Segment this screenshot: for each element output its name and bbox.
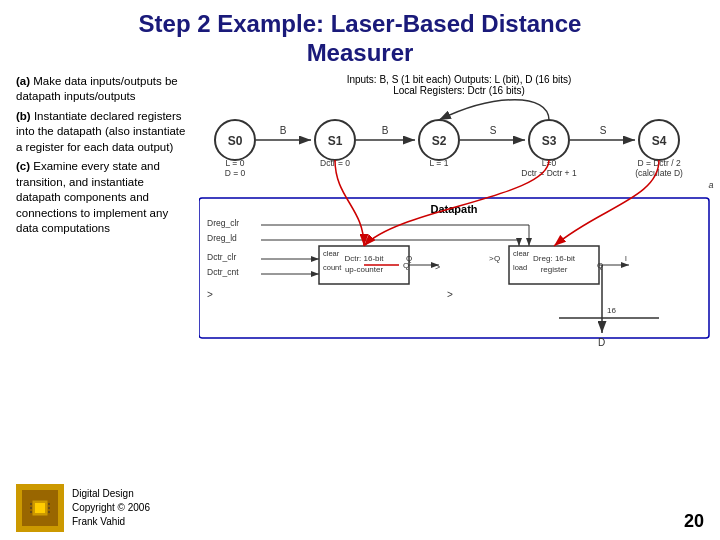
- svg-text:D: D: [598, 337, 605, 348]
- step-a: (a) Make data inputs/outputs be datapath…: [16, 74, 191, 105]
- svg-text:clear: clear: [323, 249, 340, 258]
- svg-rect-70: [35, 503, 45, 513]
- svg-text:(calculate D): (calculate D): [635, 168, 683, 178]
- chip-icon: [28, 496, 52, 520]
- svg-text:Dctr_cnt: Dctr_cnt: [207, 267, 239, 277]
- svg-text:register: register: [541, 265, 568, 274]
- left-panel: (a) Make data inputs/outputs be datapath…: [16, 74, 191, 362]
- svg-text:Datapath: Datapath: [430, 203, 477, 215]
- svg-text:16: 16: [607, 306, 616, 315]
- svg-text:load: load: [513, 263, 527, 272]
- inputs-label: Inputs: B, S (1 bit each) Outputs: L (bi…: [199, 74, 719, 96]
- svg-text:L = 0: L = 0: [226, 158, 245, 168]
- logo-inner-icon: [22, 490, 58, 526]
- svg-text:S4: S4: [652, 134, 667, 148]
- svg-text:Q: Q: [494, 254, 500, 263]
- svg-rect-30: [199, 198, 709, 338]
- diagram-svg: S0 S1 S2 S3 S4 B: [199, 98, 719, 362]
- svg-text:Dreg: 16-bit: Dreg: 16-bit: [533, 254, 576, 263]
- diagram-area: Inputs: B, S (1 bit each) Outputs: L (bi…: [199, 74, 719, 362]
- svg-text:clear: clear: [513, 249, 530, 258]
- step-c: (c) Examine every state and transition, …: [16, 159, 191, 237]
- page: Step 2 Example: Laser-Based Distance Mea…: [0, 0, 720, 540]
- svg-text:S3: S3: [542, 134, 557, 148]
- svg-text:Dctr = Dctr + 1: Dctr = Dctr + 1: [521, 168, 577, 178]
- logo-icon: [16, 484, 64, 532]
- content-area: (a) Make data inputs/outputs be datapath…: [16, 74, 704, 362]
- page-number: 20: [684, 511, 704, 532]
- svg-text:B: B: [382, 125, 389, 136]
- svg-text:up-counter: up-counter: [345, 265, 384, 274]
- state-diagram-svg: S0 S1 S2 S3 S4 B: [199, 98, 719, 358]
- svg-text:a: a: [708, 180, 713, 190]
- svg-text:Dctr_clr: Dctr_clr: [207, 252, 236, 262]
- svg-text:S0: S0: [228, 134, 243, 148]
- footer: Digital Design Copyright © 2006 Frank Va…: [0, 484, 720, 532]
- svg-text:Dreg_clr: Dreg_clr: [207, 218, 239, 228]
- svg-text:l: l: [625, 254, 627, 263]
- svg-text:S1: S1: [328, 134, 343, 148]
- svg-text:S: S: [600, 125, 607, 136]
- svg-text:S2: S2: [432, 134, 447, 148]
- svg-text:Q: Q: [406, 254, 412, 263]
- svg-text:Dreg_ld: Dreg_ld: [207, 233, 237, 243]
- footer-copyright: Digital Design Copyright © 2006 Frank Va…: [72, 487, 150, 529]
- svg-text:S: S: [490, 125, 497, 136]
- page-title: Step 2 Example: Laser-Based Distance Mea…: [16, 10, 704, 68]
- svg-text:>: >: [435, 262, 440, 272]
- svg-text:>: >: [447, 289, 453, 300]
- footer-logo-area: Digital Design Copyright © 2006 Frank Va…: [16, 484, 150, 532]
- svg-text:Dctr: 16-bit: Dctr: 16-bit: [344, 254, 384, 263]
- svg-text:count: count: [323, 263, 342, 272]
- svg-text:B: B: [280, 125, 287, 136]
- step-b: (b) Instantiate declared registers into …: [16, 109, 191, 156]
- svg-text:D = 0: D = 0: [225, 168, 246, 178]
- svg-text:>: >: [207, 289, 213, 300]
- svg-text:L = 1: L = 1: [430, 158, 449, 168]
